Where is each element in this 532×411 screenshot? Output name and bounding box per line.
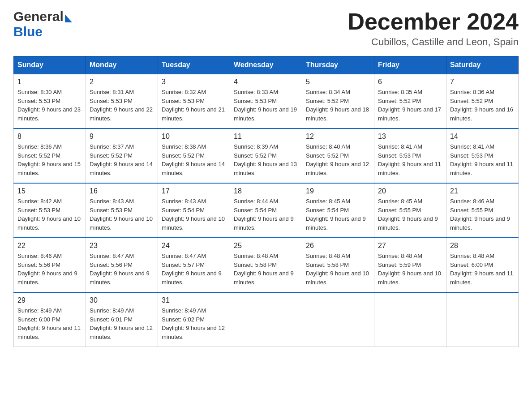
day-info: Sunrise: 8:44 AMSunset: 5:54 PMDaylight:… — [234, 198, 294, 231]
calendar-table: SundayMondayTuesdayWednesdayThursdayFrid… — [13, 56, 519, 347]
calendar-cell: 15 Sunrise: 8:42 AMSunset: 5:53 PMDaylig… — [14, 183, 86, 238]
day-info: Sunrise: 8:48 AMSunset: 6:00 PMDaylight:… — [450, 253, 513, 286]
day-info: Sunrise: 8:47 AMSunset: 5:57 PMDaylight:… — [162, 253, 222, 286]
day-number: 8 — [17, 133, 82, 141]
calendar-cell: 24 Sunrise: 8:47 AMSunset: 5:57 PMDaylig… — [158, 238, 230, 292]
calendar-cell: 18 Sunrise: 8:44 AMSunset: 5:54 PMDaylig… — [230, 183, 302, 238]
calendar-cell: 20 Sunrise: 8:45 AMSunset: 5:55 PMDaylig… — [374, 183, 446, 238]
day-info: Sunrise: 8:48 AMSunset: 5:59 PMDaylight:… — [378, 253, 441, 286]
day-number: 16 — [90, 187, 154, 195]
calendar-cell: 22 Sunrise: 8:46 AMSunset: 5:56 PMDaylig… — [14, 238, 86, 292]
day-info: Sunrise: 8:45 AMSunset: 5:55 PMDaylight:… — [378, 198, 438, 231]
week-row-4: 22 Sunrise: 8:46 AMSunset: 5:56 PMDaylig… — [14, 238, 519, 292]
calendar-cell: 28 Sunrise: 8:48 AMSunset: 6:00 PMDaylig… — [446, 238, 519, 292]
calendar-cell: 4 Sunrise: 8:33 AMSunset: 5:53 PMDayligh… — [230, 74, 302, 128]
calendar-cell: 21 Sunrise: 8:46 AMSunset: 5:55 PMDaylig… — [446, 183, 519, 238]
day-number: 22 — [17, 242, 82, 250]
day-number: 15 — [17, 187, 82, 195]
day-number: 21 — [450, 187, 515, 195]
day-number: 27 — [378, 242, 442, 250]
calendar-cell: 11 Sunrise: 8:39 AMSunset: 5:52 PMDaylig… — [230, 128, 302, 183]
calendar-cell: 13 Sunrise: 8:41 AMSunset: 5:53 PMDaylig… — [374, 128, 446, 183]
week-row-3: 15 Sunrise: 8:42 AMSunset: 5:53 PMDaylig… — [14, 183, 519, 238]
calendar-cell: 6 Sunrise: 8:35 AMSunset: 5:52 PMDayligh… — [374, 74, 446, 128]
day-info: Sunrise: 8:41 AMSunset: 5:53 PMDaylight:… — [450, 143, 513, 176]
calendar-cell: 7 Sunrise: 8:36 AMSunset: 5:52 PMDayligh… — [446, 74, 519, 128]
day-info: Sunrise: 8:49 AMSunset: 6:02 PMDaylight:… — [162, 307, 225, 340]
day-number: 4 — [234, 78, 298, 86]
day-info: Sunrise: 8:35 AMSunset: 5:52 PMDaylight:… — [378, 89, 441, 122]
day-info: Sunrise: 8:34 AMSunset: 5:52 PMDaylight:… — [306, 89, 369, 122]
day-number: 30 — [90, 296, 154, 304]
day-number: 19 — [306, 187, 370, 195]
day-number: 24 — [162, 242, 226, 250]
day-info: Sunrise: 8:43 AMSunset: 5:54 PMDaylight:… — [162, 198, 225, 231]
day-info: Sunrise: 8:43 AMSunset: 5:53 PMDaylight:… — [90, 198, 153, 231]
logo: General Blue — [13, 9, 72, 39]
logo-arrow-icon — [65, 14, 72, 22]
week-row-1: 1 Sunrise: 8:30 AMSunset: 5:53 PMDayligh… — [14, 74, 519, 128]
day-info: Sunrise: 8:45 AMSunset: 5:54 PMDaylight:… — [306, 198, 366, 231]
day-number: 5 — [306, 78, 370, 86]
week-row-2: 8 Sunrise: 8:36 AMSunset: 5:52 PMDayligh… — [14, 128, 519, 183]
col-header-saturday: Saturday — [446, 56, 519, 74]
calendar-cell: 2 Sunrise: 8:31 AMSunset: 5:53 PMDayligh… — [86, 74, 158, 128]
calendar-cell — [230, 292, 302, 347]
day-number: 3 — [162, 78, 226, 86]
day-info: Sunrise: 8:36 AMSunset: 5:52 PMDaylight:… — [450, 89, 513, 122]
day-number: 17 — [162, 187, 226, 195]
calendar-cell: 8 Sunrise: 8:36 AMSunset: 5:52 PMDayligh… — [14, 128, 86, 183]
logo-general-text: General — [13, 9, 64, 24]
main-title: December 2024 — [348, 9, 519, 34]
calendar-cell: 17 Sunrise: 8:43 AMSunset: 5:54 PMDaylig… — [158, 183, 230, 238]
day-info: Sunrise: 8:41 AMSunset: 5:53 PMDaylight:… — [378, 143, 441, 176]
week-row-5: 29 Sunrise: 8:49 AMSunset: 6:00 PMDaylig… — [14, 292, 519, 347]
day-info: Sunrise: 8:36 AMSunset: 5:52 PMDaylight:… — [17, 143, 81, 176]
day-info: Sunrise: 8:32 AMSunset: 5:53 PMDaylight:… — [162, 89, 225, 122]
calendar-cell: 9 Sunrise: 8:37 AMSunset: 5:52 PMDayligh… — [86, 128, 158, 183]
col-header-monday: Monday — [86, 56, 158, 74]
day-number: 14 — [450, 133, 515, 141]
calendar-cell: 25 Sunrise: 8:48 AMSunset: 5:58 PMDaylig… — [230, 238, 302, 292]
col-header-tuesday: Tuesday — [158, 56, 230, 74]
calendar-cell: 29 Sunrise: 8:49 AMSunset: 6:00 PMDaylig… — [14, 292, 86, 347]
calendar-cell: 1 Sunrise: 8:30 AMSunset: 5:53 PMDayligh… — [14, 74, 86, 128]
day-number: 2 — [90, 78, 154, 86]
day-info: Sunrise: 8:49 AMSunset: 6:00 PMDaylight:… — [17, 307, 81, 340]
day-number: 25 — [234, 242, 298, 250]
calendar-cell: 23 Sunrise: 8:47 AMSunset: 5:56 PMDaylig… — [86, 238, 158, 292]
day-info: Sunrise: 8:48 AMSunset: 5:58 PMDaylight:… — [306, 253, 369, 286]
day-info: Sunrise: 8:38 AMSunset: 5:52 PMDaylight:… — [162, 143, 225, 176]
day-info: Sunrise: 8:30 AMSunset: 5:53 PMDaylight:… — [17, 89, 81, 122]
day-info: Sunrise: 8:46 AMSunset: 5:56 PMDaylight:… — [17, 253, 77, 286]
calendar-cell: 27 Sunrise: 8:48 AMSunset: 5:59 PMDaylig… — [374, 238, 446, 292]
col-header-sunday: Sunday — [14, 56, 86, 74]
calendar-cell: 26 Sunrise: 8:48 AMSunset: 5:58 PMDaylig… — [302, 238, 374, 292]
day-number: 11 — [234, 133, 298, 141]
calendar-cell — [374, 292, 446, 347]
day-info: Sunrise: 8:48 AMSunset: 5:58 PMDaylight:… — [234, 253, 294, 286]
col-header-thursday: Thursday — [302, 56, 374, 74]
page-header: General Blue December 2024 Cubillos, Cas… — [13, 9, 519, 48]
calendar-cell: 19 Sunrise: 8:45 AMSunset: 5:54 PMDaylig… — [302, 183, 374, 238]
calendar-cell: 14 Sunrise: 8:41 AMSunset: 5:53 PMDaylig… — [446, 128, 519, 183]
calendar-cell: 12 Sunrise: 8:40 AMSunset: 5:52 PMDaylig… — [302, 128, 374, 183]
calendar-cell: 10 Sunrise: 8:38 AMSunset: 5:52 PMDaylig… — [158, 128, 230, 183]
calendar-cell: 30 Sunrise: 8:49 AMSunset: 6:01 PMDaylig… — [86, 292, 158, 347]
day-info: Sunrise: 8:46 AMSunset: 5:55 PMDaylight:… — [450, 198, 510, 231]
day-number: 20 — [378, 187, 442, 195]
day-number: 28 — [450, 242, 515, 250]
day-number: 23 — [90, 242, 154, 250]
day-info: Sunrise: 8:37 AMSunset: 5:52 PMDaylight:… — [90, 143, 153, 176]
day-number: 12 — [306, 133, 370, 141]
day-info: Sunrise: 8:40 AMSunset: 5:52 PMDaylight:… — [306, 143, 369, 176]
col-header-wednesday: Wednesday — [230, 56, 302, 74]
day-number: 1 — [17, 78, 82, 86]
day-number: 18 — [234, 187, 298, 195]
calendar-cell: 16 Sunrise: 8:43 AMSunset: 5:53 PMDaylig… — [86, 183, 158, 238]
calendar-cell: 5 Sunrise: 8:34 AMSunset: 5:52 PMDayligh… — [302, 74, 374, 128]
calendar-cell: 31 Sunrise: 8:49 AMSunset: 6:02 PMDaylig… — [158, 292, 230, 347]
calendar-cell: 3 Sunrise: 8:32 AMSunset: 5:53 PMDayligh… — [158, 74, 230, 128]
day-number: 31 — [162, 296, 226, 304]
day-number: 7 — [450, 78, 515, 86]
